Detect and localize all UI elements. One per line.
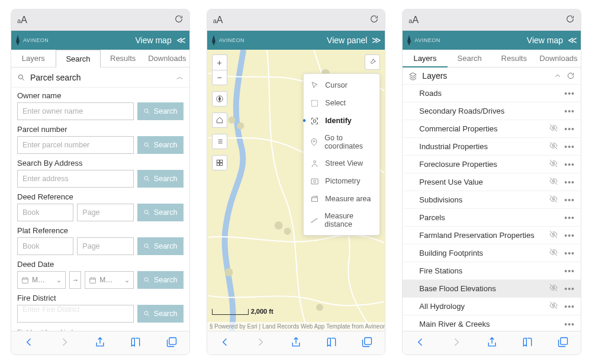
tab-layers[interactable]: Layers	[11, 50, 56, 67]
layer-row[interactable]: Foreclosure Properties•••	[403, 156, 581, 173]
tool-pictometry[interactable]: Pictometry	[304, 172, 379, 190]
layer-row[interactable]: Subdivisions•••	[403, 191, 581, 209]
more-icon[interactable]: •••	[563, 320, 576, 329]
owner-search-button[interactable]: Search	[137, 102, 184, 120]
tab-results[interactable]: Results	[492, 50, 536, 67]
layer-row[interactable]: Present Use Value•••	[403, 173, 581, 191]
chevron-up-icon[interactable]	[554, 72, 562, 80]
nav-share-icon[interactable]	[290, 336, 302, 350]
view-map-link[interactable]: View map	[135, 36, 171, 45]
list-button[interactable]	[212, 134, 227, 149]
visibility-off-icon[interactable]	[549, 159, 558, 170]
more-icon[interactable]: •••	[563, 302, 576, 311]
deedref-book-input[interactable]	[17, 204, 73, 221]
layers-section-header[interactable]: Layers	[403, 67, 581, 85]
chevron-up-icon[interactable]: ︿	[176, 72, 184, 82]
layer-row[interactable]: Industrial Properties•••	[403, 138, 581, 156]
more-icon[interactable]: •••	[563, 266, 576, 276]
more-icon[interactable]: •••	[563, 213, 576, 223]
more-icon[interactable]: •••	[563, 249, 576, 258]
tab-layers[interactable]: Layers	[403, 50, 447, 67]
layer-row[interactable]: Farmland Preservation Properties•••	[403, 227, 581, 244]
collapse-icon[interactable]: ≪	[568, 35, 575, 46]
more-icon[interactable]: •••	[563, 142, 576, 152]
fire-search-button[interactable]: Search	[137, 305, 184, 323]
tool-streetview[interactable]: Street View	[304, 154, 379, 172]
more-icon[interactable]: •••	[563, 89, 576, 98]
tool-cursor[interactable]: Cursor	[304, 76, 379, 94]
nav-back-icon[interactable]	[23, 336, 35, 350]
address-search-button[interactable]: Search	[137, 170, 184, 188]
visibility-off-icon[interactable]	[549, 247, 558, 259]
reload-icon[interactable]	[174, 14, 184, 26]
fire-input[interactable]: Enter Fire District	[17, 305, 134, 323]
nav-share-icon[interactable]	[94, 336, 106, 350]
visibility-off-icon[interactable]	[549, 301, 558, 312]
visibility-off-icon[interactable]	[549, 176, 558, 188]
tool-measure-area[interactable]: Measure area	[304, 190, 379, 208]
layer-row[interactable]: All Hydrology•••	[403, 298, 581, 315]
layer-row[interactable]: Commercial Properties•••	[403, 120, 581, 138]
visibility-off-icon[interactable]	[549, 283, 558, 294]
map-panel[interactable]: + − CursorSelectIdentifyGo to coordinate…	[207, 50, 385, 331]
nav-forward-icon[interactable]	[255, 336, 266, 350]
text-size-control[interactable]: aA	[213, 15, 223, 25]
platref-book-input[interactable]	[17, 237, 73, 255]
nav-bookmarks-icon[interactable]	[326, 336, 337, 350]
platref-page-input[interactable]	[77, 237, 133, 255]
visibility-off-icon[interactable]	[549, 194, 558, 205]
view-panel-link[interactable]: View panel	[327, 36, 367, 45]
tool-select[interactable]: Select	[304, 94, 379, 112]
deedref-search-button[interactable]: Search	[137, 204, 184, 221]
more-icon[interactable]: •••	[563, 107, 576, 116]
deeddate-search-button[interactable]: Search	[137, 271, 184, 289]
view-map-link[interactable]: View map	[527, 36, 563, 45]
nav-share-icon[interactable]	[486, 336, 498, 350]
nav-back-icon[interactable]	[414, 336, 426, 350]
nav-bookmarks-icon[interactable]	[522, 336, 533, 350]
more-icon[interactable]: •••	[563, 284, 576, 294]
layer-row[interactable]: Base Flood Elevations•••	[403, 280, 581, 298]
layer-row[interactable]: Fire Stations•••	[403, 262, 581, 280]
tool-measure-dist[interactable]: Measure distance	[304, 208, 379, 233]
visibility-off-icon[interactable]	[549, 123, 558, 134]
tab-search[interactable]: Search	[56, 50, 101, 67]
deeddate-to[interactable]: M…⌄	[85, 271, 133, 289]
nav-forward-icon[interactable]	[59, 336, 70, 350]
reload-icon[interactable]	[565, 14, 575, 26]
more-icon[interactable]: •••	[563, 195, 576, 205]
nav-tabs-icon[interactable]	[361, 336, 373, 350]
more-icon[interactable]: •••	[563, 160, 576, 169]
text-size-control[interactable]: aA	[408, 15, 419, 25]
owner-input[interactable]	[17, 102, 134, 120]
layer-row[interactable]: Building Footprints•••	[403, 244, 581, 262]
layer-row[interactable]: Secondary Roads/Drives•••	[403, 102, 581, 120]
tab-downloads[interactable]: Downloads	[536, 50, 581, 67]
visibility-off-icon[interactable]	[549, 230, 558, 241]
nav-bookmarks-icon[interactable]	[130, 336, 141, 350]
nav-tabs-icon[interactable]	[557, 336, 569, 350]
text-size-control[interactable]: aA	[17, 15, 27, 25]
compass-button[interactable]	[212, 91, 227, 107]
tool-toggle-button[interactable]	[365, 54, 380, 70]
parcel-search-button[interactable]: Search	[137, 136, 184, 154]
tab-downloads[interactable]: Downloads	[145, 50, 189, 67]
home-button[interactable]	[212, 112, 227, 128]
collapse-icon[interactable]: ≪	[176, 35, 184, 46]
more-icon[interactable]: •••	[563, 231, 576, 240]
nav-back-icon[interactable]	[219, 336, 231, 350]
layer-row[interactable]: Roads•••	[403, 85, 581, 102]
expand-icon[interactable]: ≫	[372, 35, 379, 46]
layer-row[interactable]: Parcels•••	[403, 209, 581, 227]
refresh-icon[interactable]	[567, 72, 575, 80]
platref-search-button[interactable]: Search	[137, 237, 184, 255]
zoom-out-button[interactable]: −	[212, 70, 227, 85]
more-icon[interactable]: •••	[563, 178, 576, 187]
tab-search[interactable]: Search	[448, 50, 492, 67]
layer-row[interactable]: Main River & Creeks•••	[403, 315, 581, 331]
nav-tabs-icon[interactable]	[166, 336, 178, 350]
section-parcel-search[interactable]: Parcel search ︿	[11, 67, 189, 88]
parcel-input[interactable]	[17, 136, 134, 154]
tab-results[interactable]: Results	[101, 50, 145, 67]
deedref-page-input[interactable]	[77, 204, 133, 221]
